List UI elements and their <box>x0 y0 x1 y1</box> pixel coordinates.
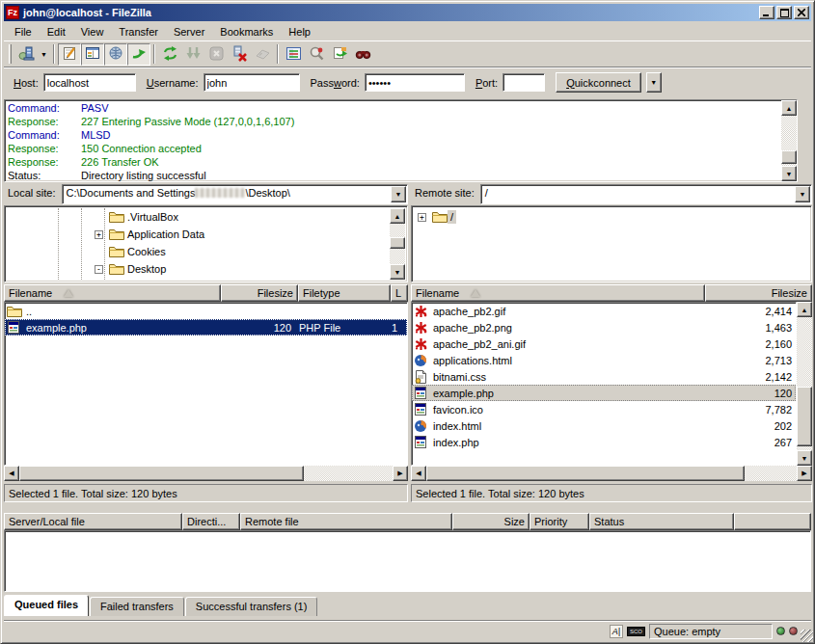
toolbar: ▼ <box>4 40 811 67</box>
tree-item[interactable]: + Application Data <box>7 226 405 243</box>
chevron-down-icon[interactable]: ▼ <box>795 186 810 202</box>
menu-file[interactable]: File <box>8 24 39 40</box>
column-header-filesize[interactable]: Filesize <box>705 284 812 302</box>
disconnect-button[interactable] <box>228 43 251 66</box>
file-size: 2,160 <box>702 338 796 350</box>
file-name: index.html <box>429 420 703 432</box>
toggle-remote-tree-button[interactable] <box>104 43 127 66</box>
scroll-up-icon[interactable]: ▲ <box>390 208 405 224</box>
scroll-down-icon[interactable]: ▼ <box>797 450 812 466</box>
tab-successful-transfers[interactable]: Successful transfers (1) <box>185 597 318 616</box>
menu-transfer[interactable]: Transfer <box>112 24 165 40</box>
column-header-server-local-file[interactable]: Server/Local file <box>4 513 182 530</box>
local-tree-scrollbar[interactable]: ▲ ▼ <box>390 208 405 280</box>
reconnect-button[interactable] <box>251 43 274 66</box>
host-input[interactable] <box>43 73 136 92</box>
menu-view[interactable]: View <box>74 24 111 40</box>
tree-item[interactable]: Cookies <box>7 243 405 260</box>
remote-site-combobox[interactable]: / ▼ <box>480 184 812 204</box>
file-name: example.php <box>22 322 220 334</box>
scroll-left-icon[interactable]: ◀ <box>4 466 19 481</box>
column-header-remote-file[interactable]: Remote file <box>240 513 452 530</box>
chevron-down-icon[interactable]: ▼ <box>391 186 406 202</box>
log-text: PASV <box>81 101 109 115</box>
tree-item[interactable]: .VirtualBox <box>7 208 405 226</box>
quickconnect-dropdown[interactable]: ▼ <box>646 72 662 93</box>
scroll-right-icon[interactable]: ▶ <box>393 466 408 481</box>
scroll-up-icon[interactable]: ▲ <box>797 302 812 317</box>
password-input[interactable] <box>365 73 465 92</box>
toggle-local-tree-button[interactable] <box>81 43 104 66</box>
local-hscrollbar[interactable]: ◀ ▶ <box>4 466 408 481</box>
column-header-filename[interactable]: Filename <box>4 284 221 302</box>
php-file-icon <box>414 436 429 449</box>
port-input[interactable] <box>503 73 545 92</box>
menu-help[interactable]: Help <box>282 24 317 40</box>
site-manager-button[interactable] <box>14 43 38 66</box>
directory-comparison-button[interactable] <box>305 43 328 66</box>
quickconnect-button[interactable]: Quickconnect <box>556 72 641 93</box>
collapse-icon[interactable]: - <box>95 265 103 274</box>
log-text: 150 Connection accepted <box>81 142 202 155</box>
username-input[interactable] <box>204 73 300 92</box>
local-site-combobox[interactable]: C:\Documents and Settings\Desktop\ ▼ <box>62 184 408 204</box>
synchronized-browsing-button[interactable] <box>328 43 351 66</box>
refresh-button[interactable] <box>158 43 181 66</box>
remote-hscrollbar[interactable]: ◀ ▶ <box>411 466 812 481</box>
menu-bookmarks[interactable]: Bookmarks <box>213 24 280 40</box>
column-header-status[interactable]: Status <box>589 513 734 530</box>
apache-image-icon <box>414 305 429 318</box>
file-row-parent-dir[interactable]: .. <box>5 303 407 319</box>
column-header-priority[interactable]: Priority <box>530 513 589 530</box>
tree-item[interactable]: - Desktop <box>7 260 405 278</box>
file-row-selected[interactable]: example.php 120 PHP File 1 <box>5 319 407 335</box>
scroll-left-icon[interactable]: ◀ <box>411 466 426 481</box>
column-header-filesize[interactable]: Filesize <box>221 284 298 302</box>
expand-icon[interactable]: + <box>95 230 103 239</box>
file-size: 1,463 <box>702 322 796 334</box>
file-row[interactable]: applications.html 2,713 <box>412 352 796 368</box>
resize-grip[interactable] <box>801 630 813 642</box>
scroll-down-icon[interactable]: ▼ <box>390 264 405 280</box>
find-files-button[interactable] <box>351 43 374 66</box>
file-name: bitnami.css <box>429 371 703 383</box>
file-row[interactable]: index.html 202 <box>412 417 796 434</box>
tree-item-label: Desktop <box>124 262 169 276</box>
tab-queued-files[interactable]: Queued files <box>4 595 89 616</box>
activity-led-green-icon <box>776 627 785 635</box>
column-header-last-modified[interactable]: L <box>391 284 408 302</box>
column-header-filetype[interactable]: Filetype <box>298 284 391 302</box>
column-header-size[interactable]: Size <box>452 513 530 530</box>
close-button[interactable] <box>794 6 809 19</box>
column-header-direction[interactable]: Directi... <box>182 513 240 530</box>
file-row[interactable]: index.php 267 <box>412 434 796 450</box>
maximize-button[interactable] <box>776 6 792 19</box>
scroll-right-icon[interactable]: ▶ <box>797 466 812 481</box>
filter-button[interactable] <box>282 43 305 66</box>
process-queue-button[interactable] <box>181 43 204 66</box>
column-header-filename[interactable]: Filename <box>411 284 705 302</box>
scroll-up-icon[interactable]: ▲ <box>781 100 797 116</box>
menu-server[interactable]: Server <box>167 24 211 40</box>
tab-failed-transfers[interactable]: Failed transfers <box>90 597 184 616</box>
file-row-selected[interactable]: example.php 120 <box>412 385 796 401</box>
toggle-message-log-button[interactable] <box>58 43 81 66</box>
minimize-button[interactable] <box>759 6 774 19</box>
cancel-operation-button[interactable] <box>204 43 228 66</box>
menu-edit[interactable]: Edit <box>41 24 72 40</box>
remote-vscrollbar[interactable]: ▲ ▼ <box>797 302 812 466</box>
file-row[interactable]: apache_pb2_ani.gif 2,160 <box>412 335 796 352</box>
scroll-down-icon[interactable]: ▼ <box>781 166 797 181</box>
expand-icon[interactable]: + <box>418 213 426 222</box>
file-row[interactable]: apache_pb2.gif 2,414 <box>412 303 796 319</box>
php-file-icon <box>7 321 22 335</box>
sort-ascending-icon <box>64 289 73 297</box>
file-row[interactable]: favicon.ico 7,782 <box>412 401 796 417</box>
site-manager-dropdown[interactable]: ▼ <box>38 44 50 65</box>
log-scrollbar[interactable]: ▲ ▼ <box>781 100 797 181</box>
file-row[interactable]: apache_pb2.png 1,463 <box>412 319 796 335</box>
toggle-queue-button[interactable] <box>127 43 150 66</box>
file-name: favicon.ico <box>429 404 703 416</box>
tree-item[interactable]: + / <box>414 208 809 226</box>
file-row[interactable]: bitnami.css 2,142 <box>412 368 796 385</box>
